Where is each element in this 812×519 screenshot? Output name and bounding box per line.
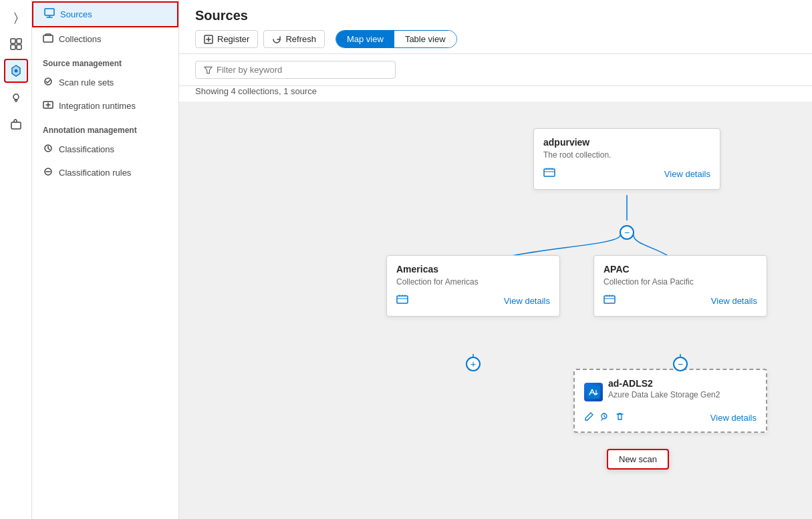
svg-rect-19 (544, 169, 555, 176)
apac-card-icon (603, 293, 616, 308)
grid-icon[interactable] (4, 32, 28, 56)
refresh-button[interactable]: Refresh (263, 30, 325, 48)
svg-rect-2 (11, 45, 15, 49)
register-button[interactable]: Register (195, 30, 258, 48)
adls2-card-view-details[interactable]: View details (710, 413, 757, 423)
root-card-icon (543, 166, 555, 181)
nav-item-sources[interactable]: Sources (32, 1, 178, 27)
filter-icon (204, 65, 213, 75)
refresh-icon (272, 35, 281, 44)
purview-icon[interactable] (4, 59, 28, 83)
root-card: adpurview The root collection. View deta… (533, 128, 720, 190)
classification-rules-label: Classification rules (59, 168, 131, 178)
map-view-button[interactable]: Map view (336, 31, 394, 47)
new-scan-label: New scan (619, 454, 657, 464)
integration-runtimes-icon (43, 100, 53, 112)
adls2-card-header: ad-ADLS2 Azure Data Lake Storage Gen2 (584, 378, 757, 406)
classifications-icon (43, 143, 53, 156)
adls2-card: ad-ADLS2 Azure Data Lake Storage Gen2 (573, 369, 767, 433)
apac-card-view-details[interactable]: View details (711, 296, 757, 306)
sources-nav-icon (44, 8, 55, 21)
svg-marker-14 (205, 67, 212, 73)
svg-rect-7 (45, 9, 54, 15)
apac-collapse-button[interactable]: − (673, 357, 688, 371)
root-card-subtitle: The root collection. (543, 150, 710, 160)
svg-rect-0 (11, 39, 15, 43)
adls2-card-title: ad-ADLS2 (608, 378, 720, 389)
svg-point-5 (13, 94, 19, 100)
main-content: Sources Register Refresh Map view Table … (179, 0, 812, 519)
showing-text: Showing 4 collections, 1 source (179, 86, 812, 102)
root-card-title: adpurview (543, 137, 710, 148)
expand-icon[interactable]: 〉 (4, 5, 28, 29)
lightbulb-icon[interactable] (4, 85, 28, 110)
americas-card-title: Americas (396, 264, 550, 275)
collections-nav-icon (43, 33, 53, 45)
americas-card-view-details[interactable]: View details (504, 296, 550, 306)
apac-card-title: APAC (603, 264, 757, 275)
svg-rect-1 (17, 39, 21, 43)
americas-card: Americas Collection for Americas View de… (386, 255, 560, 317)
briefcase-icon[interactable] (4, 112, 28, 136)
root-collapse-button[interactable]: − (620, 225, 634, 240)
filter-bar (179, 54, 812, 86)
adls2-icon (584, 383, 603, 401)
svg-rect-21 (604, 296, 615, 303)
delete-icon[interactable] (615, 411, 625, 423)
nav-panel: Sources Collections Source management Sc… (32, 0, 179, 519)
svg-rect-3 (17, 45, 21, 49)
americas-card-icon (396, 293, 408, 308)
classification-rules-icon (43, 166, 53, 179)
adls2-card-info: ad-ADLS2 Azure Data Lake Storage Gen2 (608, 378, 720, 406)
collections-nav-label: Collections (59, 34, 102, 44)
classifications-label: Classifications (59, 144, 114, 154)
scan-icon[interactable] (599, 411, 610, 423)
apac-card: APAC Collection for Asia Pacific View de… (593, 255, 767, 317)
page-title: Sources (195, 8, 796, 23)
adls2-card-subtitle: Azure Data Lake Storage Gen2 (608, 390, 720, 399)
americas-expand-button[interactable]: + (466, 357, 481, 371)
annotation-management-header: Annotation management (32, 118, 178, 138)
apac-card-subtitle: Collection for Asia Pacific (603, 277, 757, 287)
nav-item-classification-rules[interactable]: Classification rules (32, 161, 178, 184)
map-area: adpurview The root collection. View deta… (179, 102, 812, 519)
filter-input-container[interactable] (195, 61, 396, 79)
register-icon (204, 35, 213, 44)
edit-icon[interactable] (584, 411, 594, 423)
action-icons (584, 411, 625, 423)
svg-rect-6 (11, 122, 21, 129)
svg-rect-20 (397, 296, 408, 303)
nav-item-scan-rule-sets[interactable]: Scan rule sets (32, 71, 178, 94)
source-management-header: Source management (32, 51, 178, 71)
sources-nav-label: Sources (60, 9, 92, 19)
view-toggle: Map view Table view (335, 30, 457, 48)
svg-point-4 (14, 69, 17, 73)
adls2-card-footer: View details (584, 411, 757, 423)
nav-item-classifications[interactable]: Classifications (32, 138, 178, 161)
filter-keyword-input[interactable] (217, 65, 387, 75)
root-card-view-details[interactable]: View details (664, 169, 710, 179)
integration-runtimes-label: Integration runtimes (59, 101, 136, 111)
table-view-button[interactable]: Table view (394, 31, 456, 47)
nav-item-collections[interactable]: Collections (32, 27, 178, 51)
scan-rule-sets-icon (43, 76, 53, 89)
americas-card-subtitle: Collection for Americas (396, 277, 550, 287)
page-header: Sources Register Refresh Map view Table … (179, 0, 812, 54)
svg-rect-8 (43, 35, 53, 42)
nav-item-integration-runtimes[interactable]: Integration runtimes (32, 94, 178, 118)
icon-sidebar: 〉 (0, 0, 32, 519)
toolbar: Register Refresh Map view Table view (195, 30, 796, 48)
scan-rule-sets-label: Scan rule sets (59, 77, 114, 88)
new-scan-popup[interactable]: New scan (607, 449, 669, 470)
